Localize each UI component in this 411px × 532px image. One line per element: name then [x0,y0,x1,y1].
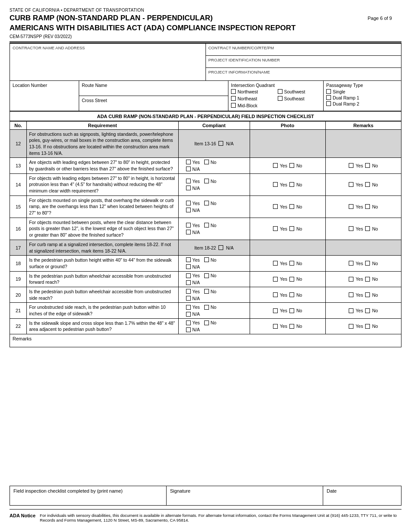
checkbox-no-photo[interactable] [289,261,294,266]
checkbox-na-comp2[interactable] [186,186,191,190]
checkbox-yes-rem[interactable] [349,226,353,231]
checkbox-yes-comp[interactable] [186,257,191,262]
project-id-label: PROJECT IDENTIFICATION NUMBER [209,58,399,62]
row-number: 22 [10,318,27,334]
checkbox-no-comp[interactable] [204,201,209,205]
contractor-label: CONTRACTOR NAME AND ADDRESS [13,45,203,50]
checkbox-no-comp[interactable] [204,257,209,262]
row-number: 15 [10,195,27,218]
ada-notice: ADA Notice For individuals with sensory … [10,513,401,522]
row-compliant: Yes No N/A [178,318,250,334]
row-photo: Yes No [250,218,325,240]
northeast-label: Northeast [238,96,257,101]
checkbox-no-photo[interactable] [289,292,294,297]
checkbox-yes-comp[interactable] [186,201,191,205]
checkbox-yes-photo[interactable] [273,261,278,266]
checkbox-no-comp[interactable] [204,179,209,183]
checkbox-no-comp[interactable] [204,273,209,278]
checkbox-no-photo[interactable] [289,277,294,282]
cross-street-label: Cross Street [82,98,225,103]
checkbox-na-comp2[interactable] [186,167,191,171]
checkbox-yes-comp[interactable] [186,160,191,164]
row-remarks: Yes No [325,318,401,334]
checkbox-no-rem[interactable] [365,324,370,329]
dual-ramp2-label: Dual Ramp 2 [333,101,359,106]
checkbox-na-comp2[interactable] [186,296,191,301]
checkbox-yes-comp[interactable] [186,223,191,228]
checkbox-yes-rem[interactable] [349,292,353,297]
checkbox-yes-photo[interactable] [273,292,278,297]
checkbox-yes-photo[interactable] [273,308,278,313]
row-compliant: Yes No N/A [178,173,250,195]
checkbox-yes-rem[interactable] [349,324,353,329]
checkbox-dual-ramp2[interactable] [326,101,331,106]
checkbox-single[interactable] [326,89,331,94]
checkbox-no-photo[interactable] [289,182,294,187]
checkbox-yes-photo[interactable] [273,226,278,231]
row-remarks: Yes No [325,271,401,287]
signature-cell: Signature [167,486,323,505]
checkbox-yes-rem[interactable] [349,277,353,282]
northwest-label: Northwest [238,89,258,94]
row-requirement: Are objects with leading edges between 2… [27,158,178,173]
checkbox-yes-photo[interactable] [273,182,278,187]
row-compliant: Yes No N/A [178,195,250,218]
checkbox-dual-ramp1[interactable] [326,95,331,100]
row-requirement: Is the pedestrian push button wheelchair… [27,271,178,287]
checkbox-yes-photo[interactable] [273,204,278,209]
checkbox-yes-comp[interactable] [186,273,191,278]
checkbox-no-photo[interactable] [289,324,294,329]
checkbox-yes-comp[interactable] [186,289,191,294]
checkbox-yes-photo[interactable] [273,277,278,282]
row-number: 14 [10,173,27,195]
checkbox-yes-rem[interactable] [349,182,353,187]
checkbox-no-rem[interactable] [365,204,370,209]
checkbox-no-rem[interactable] [365,277,370,282]
remarks-label: Remarks [13,336,32,341]
contract-label: CONTRACT NUMBER/CO/RTE/PM [209,45,399,50]
row-requirement: Is the sidewalk slope and cross slope le… [27,318,178,334]
row-remarks: Yes No [325,218,401,240]
checkbox-midblock[interactable] [231,103,236,108]
checkbox-no-photo[interactable] [289,226,294,231]
checkbox-no-comp[interactable] [204,289,209,294]
checkbox-na-comp2[interactable] [186,264,191,269]
checkbox-yes-rem[interactable] [349,308,353,313]
checkbox-northeast[interactable] [231,96,236,101]
checkbox-na-comp2[interactable] [186,208,191,212]
checkbox-no-rem[interactable] [365,163,370,168]
checkbox-yes-rem[interactable] [349,204,353,209]
checkbox-na-comp2[interactable] [186,312,191,317]
date-label: Date [327,488,337,494]
checkbox-yes-rem[interactable] [349,163,353,168]
passageway-label: Passageway Type [326,83,398,88]
checkbox-na-comp2[interactable] [186,327,191,332]
checkbox-no-photo[interactable] [289,163,294,168]
checkbox-southwest[interactable] [278,89,283,94]
checkbox-yes-photo[interactable] [273,324,278,329]
checkbox-no-rem[interactable] [365,292,370,297]
checkbox-no-rem[interactable] [365,261,370,266]
checkbox-yes-rem[interactable] [349,261,353,266]
checkbox-no-photo[interactable] [289,204,294,209]
checkbox-yes-photo[interactable] [273,163,278,168]
row-photo [250,129,325,158]
checkbox-no-comp[interactable] [204,320,209,325]
checkbox-southeast[interactable] [278,96,283,101]
checkbox-no-rem[interactable] [365,226,370,231]
checkbox-no-comp[interactable] [204,160,209,164]
checkbox-na-comp[interactable] [218,245,223,250]
checkbox-na-comp2[interactable] [186,280,191,285]
checkbox-yes-comp[interactable] [186,305,191,310]
checkbox-no-rem[interactable] [365,308,370,313]
checkbox-no-photo[interactable] [289,308,294,313]
checkbox-na-comp2[interactable] [186,230,191,234]
checkbox-no-comp[interactable] [204,305,209,310]
checkbox-yes-comp[interactable] [186,320,191,325]
col-header-requirement: Requirement [27,121,178,129]
checkbox-na-comp[interactable] [218,141,223,146]
checkbox-yes-comp[interactable] [186,179,191,183]
checkbox-no-comp[interactable] [204,223,209,228]
checkbox-northwest[interactable] [231,89,236,94]
checkbox-no-rem[interactable] [365,182,370,187]
